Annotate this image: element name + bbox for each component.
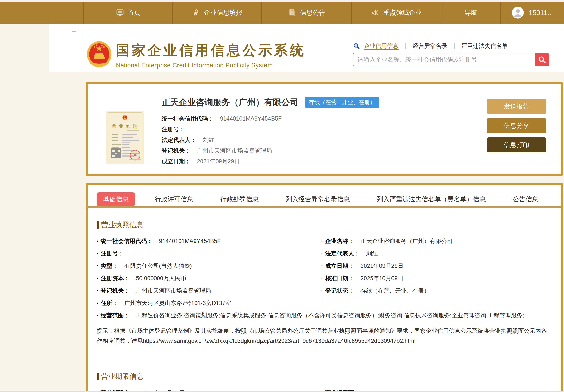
field-value: 91440101MA9Y454B5F xyxy=(159,238,221,244)
term-section-title: 营业期限信息 xyxy=(97,372,552,381)
tab-blacklist[interactable]: 列入严重违法失信名单（黑名单）信息 xyxy=(364,192,499,206)
nav-item-label: 首页 xyxy=(128,8,141,17)
company-card-main: 正天企业咨询服务（广州）有限公司 存续（在营、开业、在册） 统一社会信用代码：9… xyxy=(162,96,482,167)
card-field-row: 成立日期：2021年09月29日 xyxy=(162,156,482,167)
field-value: 刘红 xyxy=(203,136,214,144)
site-title-block: 国家企业信用信息公示系统 National Enterprise Credit … xyxy=(116,41,306,69)
detail-field: ·住所：广州市天河区灵山东路7号101-3房D137室 xyxy=(97,299,321,307)
share-info-button[interactable]: 信息分享 xyxy=(487,118,546,133)
detail-field: ·企业名称：正天企业咨询服务（广州）有限公司 xyxy=(321,237,552,245)
field-value: 正天企业咨询服务（广州）有限公司 xyxy=(360,238,453,244)
nav-item-label: 企业信息填报 xyxy=(204,8,242,17)
field-label: 核准日期： xyxy=(325,275,354,281)
field-value: 91440101MA9Y454B5F xyxy=(220,115,282,122)
field-label: 成立日期： xyxy=(325,263,354,269)
nav-item-label: 重点领域企业 xyxy=(383,8,422,17)
card-field-row: 登记机关：广州市天河区市场监督管理局 xyxy=(162,145,482,156)
nav-navigation[interactable]: 导航 xyxy=(441,2,500,24)
field-label: 类型： xyxy=(101,263,118,269)
nav-user[interactable]: 15011... xyxy=(500,2,564,24)
panel-content: 营业执照信息 ·统一社会信用代码：91440101MA9Y454B5F·企业名称… xyxy=(88,220,561,392)
field-label: 注册号： xyxy=(162,126,185,133)
detail-field: ·核准日期：2025年10月09日 xyxy=(321,274,552,282)
detail-field: ·经营范围：工程造价咨询业务;咨询策划服务;信息系统集成服务;信息咨询服务（不含… xyxy=(97,312,552,319)
section-title-bar xyxy=(97,222,99,229)
top-nav: 首页企业信息填报信息公告重点领域企业导航 15011... xyxy=(0,2,564,24)
field-label: 统一社会信用代码： xyxy=(162,115,213,123)
site-header: 国家企业信用信息公示系统 National Enterprise Credit … xyxy=(49,24,564,72)
bulletin-icon xyxy=(288,8,296,17)
national-emblem-logo[interactable] xyxy=(86,41,112,68)
nav-key-field-enterprises[interactable]: 重点领域企业 xyxy=(351,2,441,24)
send-report-button[interactable]: 发送报告 xyxy=(487,99,546,114)
section-title-bar xyxy=(97,373,99,380)
tab-basic-info[interactable]: 基础信息 xyxy=(97,192,135,206)
bullet: · xyxy=(321,263,323,269)
bullet: · xyxy=(97,238,99,244)
tab-label: 列入严重违法失信名单（黑名单）信息 xyxy=(377,195,486,204)
tab-label: 列入经营异常名录信息 xyxy=(286,195,350,204)
tab-announcement-info[interactable]: 公告信息 xyxy=(499,192,552,206)
nav-enterprise-filing[interactable]: 企业信息填报 xyxy=(172,2,261,24)
tab-label: 公告信息 xyxy=(513,195,538,204)
link-separator xyxy=(405,43,406,49)
field-label: 统一社会信用代码： xyxy=(101,238,153,244)
bottom-strip xyxy=(0,391,564,392)
tab-admin-license[interactable]: 行政许可信息 xyxy=(141,192,207,206)
search-button[interactable] xyxy=(535,53,549,66)
field-value: 工程造价咨询业务;咨询策划服务;信息系统集成服务;信息咨询服务（不含许可类信息咨… xyxy=(136,312,524,319)
field-value: 2021年09月29日 xyxy=(197,157,240,165)
bullet: · xyxy=(97,263,99,269)
field-value: 广州市天河区市场监督管理局 xyxy=(136,287,211,294)
field-value: 2021年09月29日 xyxy=(360,263,403,269)
nav-announcement[interactable]: 信息公告 xyxy=(261,2,351,24)
field-value: 50.000000万人民币 xyxy=(136,275,186,281)
detail-field: ·注册资本：50.000000万人民币 xyxy=(97,274,321,282)
field-label: 登记机关： xyxy=(162,147,190,154)
license-section-title: 营业执照信息 xyxy=(97,220,552,230)
search-tab-credit-info[interactable]: 企业信用信息 xyxy=(364,42,398,50)
field-value: 存续（在营、开业、在册） xyxy=(360,287,430,294)
browser-top-strip xyxy=(0,0,564,2)
tab-label: 基础信息 xyxy=(103,195,129,204)
field-label: 登记状态： xyxy=(325,287,354,294)
business-license-image[interactable]: 营 业 执 照 xyxy=(106,111,144,164)
bullet: · xyxy=(97,250,99,257)
print-info-button[interactable]: 信息打印 xyxy=(487,138,546,152)
tab-abnormal-directory[interactable]: 列入经营异常名录信息 xyxy=(272,192,363,206)
bullet: · xyxy=(321,287,323,294)
detail-field: ·统一社会信用代码：91440101MA9Y454B5F xyxy=(97,237,321,245)
bullet: · xyxy=(97,287,99,294)
license-notice: 提示：根据《市场主体登记管理条例》及其实施细则，按照《市场监管总局办公厅关于调整… xyxy=(97,326,550,346)
pen-icon xyxy=(192,8,200,17)
detail-field: ·类型：有限责任公司(自然人独资) xyxy=(97,262,321,270)
stray-dash xyxy=(72,31,76,32)
bullet: · xyxy=(97,312,99,319)
company-name: 正天企业咨询服务（广州）有限公司 xyxy=(162,96,298,108)
tab-admin-penalty[interactable]: 行政处罚信息 xyxy=(207,192,272,206)
nav-item-label: 信息公告 xyxy=(300,8,325,17)
bullet: · xyxy=(97,275,99,281)
field-label: 住所： xyxy=(101,300,118,306)
detail-field: ·登记机关：广州市天河区市场监督管理局 xyxy=(97,287,321,294)
bullet: · xyxy=(321,250,323,257)
field-label: 登记机关： xyxy=(101,287,129,294)
detail-field: ·成立日期：2021年09月29日 xyxy=(321,262,552,270)
site-title: 国家企业信用信息公示系统 xyxy=(116,41,306,60)
field-label: 法定代表人： xyxy=(162,136,196,144)
search-tab-abnormal-directory[interactable]: 经营异常名录 xyxy=(413,42,447,50)
status-badge: 存续（在营、开业、在册） xyxy=(305,97,379,108)
search-area: 企业信用信息经营异常名录严重违法失信名单 xyxy=(353,42,550,66)
user-avatar-icon xyxy=(512,6,524,19)
nav-home[interactable]: 首页 xyxy=(83,2,172,24)
field-label: 法定代表人： xyxy=(325,250,360,257)
search-tab-illegal-dishonest-list[interactable]: 严重违法失信名单 xyxy=(461,42,508,50)
field-label: 企业名称： xyxy=(325,238,354,244)
nav-item-label: 导航 xyxy=(465,8,478,17)
search-input[interactable] xyxy=(353,53,535,66)
detail-field: ·登记状态：存续（在营、开业、在册） xyxy=(321,287,552,294)
page: 首页企业信息填报信息公告重点领域企业导航 15011... xyxy=(0,0,564,392)
tab-label: 行政处罚信息 xyxy=(220,195,259,204)
field-value: 广州市天河区市场监督管理局 xyxy=(197,147,272,154)
field-label: 注册资本： xyxy=(101,275,129,281)
